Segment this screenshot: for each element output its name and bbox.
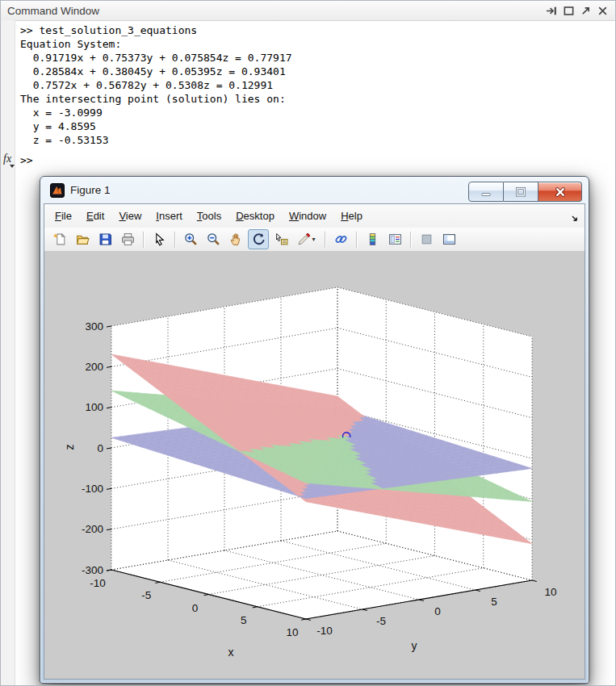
menu-window[interactable]: Window [282,207,333,225]
command-window-title: Command Window [1,5,546,17]
svg-text:200: 200 [85,361,103,373]
figure-title: Figure 1 [70,184,111,196]
pan-icon[interactable] [225,229,246,249]
dropdown-caret-icon[interactable]: ▾ [312,236,315,243]
new-figure-icon[interactable] [49,229,70,249]
console-line-output: 0.28584x + 0.38045y + 0.05395z = 0.93401 [20,65,292,78]
menu-file[interactable]: File [48,207,79,225]
toolbar-separator [410,232,411,248]
console-line-input: >> test_solution_3_equations [20,23,292,37]
dock-right-icon[interactable] [546,5,558,17]
open-file-icon[interactable] [72,229,93,249]
console-line-output: x = -3.0999 [20,106,292,119]
toolbar-separator [174,232,175,248]
matlab-desktop: Command Window >> test_solution_3_equati… [0,0,616,686]
show-plot-tools-dock-icon[interactable] [438,229,459,249]
minimize-button[interactable] [468,182,504,202]
insert-legend-icon[interactable] [384,229,405,249]
console-line-output: y = 4.8595 [20,119,292,133]
svg-text:10: 10 [544,586,556,598]
figure-window-controls [468,182,582,202]
edit-plot-icon[interactable] [149,229,170,249]
toolbar-separator [143,232,144,248]
toolbar-separator [356,232,357,248]
matlab-logo-icon [50,183,65,198]
menu-insert[interactable]: Insert [149,207,190,225]
menu-desktop[interactable]: Desktop [228,207,282,225]
svg-text:-200: -200 [82,523,103,535]
svg-text:10: 10 [286,626,298,638]
fx-function-hint-button[interactable]: fx [3,153,11,165]
menu-view[interactable]: View [111,207,149,225]
menu-tools[interactable]: Tools [190,207,228,225]
toolbar-separator [325,232,325,248]
svg-text:5: 5 [491,596,497,608]
console-line-output: The intersecting point (solution) lies o… [20,92,292,106]
command-prompt[interactable]: >> [20,154,33,166]
menu-edit[interactable]: Edit [79,207,111,225]
svg-text:-10: -10 [90,577,106,589]
svg-text:5: 5 [241,614,247,626]
svg-text:100: 100 [85,401,103,413]
zoom-out-icon[interactable] [203,229,224,249]
console-line-output: z = -0.53153 [20,133,292,147]
svg-text:z: z [63,445,76,450]
save-figure-icon[interactable] [94,229,115,249]
menu-help[interactable]: Help [333,207,370,225]
close-icon[interactable] [597,5,609,17]
menubar-overflow-arrow-icon[interactable] [572,211,579,226]
console-line-output: 0.91719x + 0.75373y + 0.075854z = 0.7791… [20,51,292,65]
brush-data-icon[interactable]: ▾ [293,229,320,249]
svg-text:-5: -5 [141,589,151,601]
figure-client-area: FileEditViewInsertToolsDesktopWindowHelp… [44,203,585,680]
figure-canvas[interactable]: -10-50510-10-50510-300-200-1000100200300… [44,251,585,679]
figure-titlebar[interactable]: Figure 1 [40,177,589,203]
svg-text:300: 300 [85,320,103,333]
maximize-button[interactable] [504,182,538,202]
close-button[interactable] [538,182,582,202]
command-window-gutter [1,20,15,685]
figure-toolbar: ▾ [44,228,585,252]
svg-text:-10: -10 [316,625,333,637]
undock-icon[interactable] [580,5,592,17]
svg-text:-5: -5 [376,615,386,627]
insert-colorbar-icon[interactable] [362,229,383,249]
svg-text:y: y [412,639,417,652]
data-cursor-icon[interactable] [270,229,291,249]
svg-text:-300: -300 [82,564,103,576]
figure-window: Figure 1 FileEditViewInsertToolsDesktopW… [40,176,589,684]
rotate-3d-icon[interactable] [248,229,269,249]
svg-text:0: 0 [97,442,103,454]
svg-text:0: 0 [434,605,441,617]
svg-text:x: x [228,646,234,659]
command-window-titlebar[interactable]: Command Window [1,1,615,21]
console-line-output: 0.7572x + 0.56782y + 0.5308z = 0.12991 [20,78,292,92]
console-line-output: Equation System: [20,37,292,51]
command-window-controls [546,5,615,17]
svg-text:0: 0 [192,602,199,614]
maximize-icon[interactable] [563,5,575,17]
command-output[interactable]: >> test_solution_3_equationsEquation Sys… [20,23,292,147]
zoom-in-icon[interactable] [180,229,201,249]
figure-menubar: FileEditViewInsertToolsDesktopWindowHelp [44,204,585,228]
print-figure-icon[interactable] [117,229,138,249]
link-plot-icon[interactable] [330,229,351,249]
svg-text:-100: -100 [82,483,103,495]
surface-plot-3d[interactable]: -10-50510-10-50510-300-200-1000100200300… [44,251,585,679]
hide-plot-tools-icon[interactable] [416,229,437,249]
